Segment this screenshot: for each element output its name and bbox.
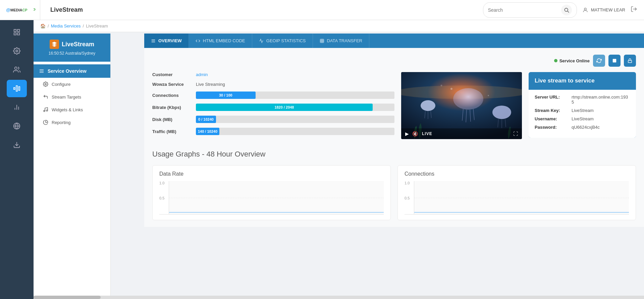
chart-icon	[13, 104, 20, 111]
sidebar-item-settings[interactable]	[7, 42, 27, 60]
status-bar: Service Online	[152, 55, 636, 67]
tab-html-embed[interactable]: HTML EMBED CODE	[189, 34, 252, 48]
svg-point-51	[488, 95, 489, 96]
data-rate-graph: Data Rate 1.0 0.5	[152, 165, 391, 220]
sidebar-item-download[interactable]	[7, 136, 27, 154]
svg-point-2	[584, 8, 586, 10]
svg-rect-5	[17, 29, 19, 32]
breadcrumb: 🏠 / Media Services / LiveStream	[34, 20, 644, 32]
bitrate-label: Bitrate (Kbps)	[152, 105, 196, 110]
service-header: LiveStream 16:50:52 Australia/Sydney	[34, 34, 110, 62]
video-thumbnail: ▶ 🔇 LIVE ⛶	[401, 72, 522, 139]
server-url-row: Server URL: rtmp://stream.online.com:193…	[535, 95, 630, 105]
tab-data-transfer[interactable]: DATA TRANSFER	[313, 34, 369, 48]
graphs-title: Usage Graphs - 48 Hour Overview	[152, 150, 636, 159]
traffic-progress: 140 / 10240	[196, 128, 394, 135]
search-button[interactable]	[561, 5, 572, 15]
breadcrumb-home[interactable]: 🏠	[40, 23, 46, 28]
customer-row: Customer admin	[152, 72, 394, 77]
grid-icon	[13, 28, 20, 36]
service-nav-item-overview[interactable]: Service Overview	[34, 64, 110, 78]
server-url-label: Server URL:	[535, 95, 572, 105]
globe-icon	[13, 122, 20, 130]
stop-button[interactable]	[608, 55, 621, 67]
password-label: Password:	[535, 125, 572, 130]
data-rate-title: Data Rate	[159, 171, 384, 177]
user-icon	[582, 7, 588, 13]
overview-content: Service Online	[144, 48, 644, 227]
play-button[interactable]: ▶	[405, 131, 409, 136]
svg-point-22	[45, 83, 46, 85]
service-name: LiveStream	[62, 41, 94, 48]
sidebar-item-dashboard[interactable]	[7, 23, 27, 41]
disk-value: 0 / 10240	[198, 117, 214, 121]
sidebar-item-network[interactable]	[7, 80, 27, 97]
service-nav-item-stream-targets[interactable]: Stream Targets	[34, 91, 110, 103]
connections-graph: Connections 1.0 0.5	[397, 165, 636, 220]
fullscreen-button[interactable]: ⛶	[513, 131, 518, 136]
stream-targets-icon	[43, 94, 48, 100]
svg-point-24	[46, 110, 48, 111]
traffic-label: Traffic (MB)	[152, 129, 196, 134]
connections-graph-title: Connections	[405, 171, 629, 177]
tab-geoip-label: GEOIP STATISTICS	[266, 38, 306, 43]
breadcrumb-media-services[interactable]: Media Services	[51, 23, 81, 28]
stream-key-value: LiveStream	[572, 108, 594, 113]
sidebar-item-users[interactable]	[7, 61, 27, 78]
service-nav-item-reporting[interactable]: Reporting	[34, 116, 110, 129]
service-sidebar: LiveStream 16:50:52 Australia/Sydney Ser…	[34, 34, 111, 299]
bitrate-progress: 1820 / 2048	[196, 104, 394, 111]
svg-point-0	[565, 8, 568, 11]
svg-line-1	[568, 11, 569, 12]
scrollbar-thumb[interactable]	[34, 296, 101, 299]
svg-rect-4	[14, 29, 16, 32]
traffic-row: Traffic (MB) 140 / 10240	[152, 128, 394, 135]
overview-grid: Customer admin Wowza Service Live Stream…	[152, 72, 636, 140]
info-panel: Customer admin Wowza Service Live Stream…	[152, 72, 394, 140]
connections-row: Connections 30 / 100	[152, 92, 394, 99]
svg-point-42	[421, 100, 435, 111]
users-icon	[13, 66, 20, 73]
search-box	[483, 2, 577, 18]
logout-button[interactable]	[631, 6, 637, 14]
breadcrumb-current: LiveStream	[86, 23, 108, 28]
download-icon	[13, 141, 20, 148]
mute-button[interactable]: 🔇	[412, 131, 418, 136]
traffic-value: 140 / 10240	[198, 129, 217, 133]
search-input[interactable]	[488, 7, 561, 13]
username-value: LiveStream	[572, 116, 594, 121]
live-badge: LIVE	[422, 131, 432, 136]
tab-geoip[interactable]: GEOIP STATISTICS	[252, 34, 313, 48]
connections-y-2: 0.5	[405, 196, 410, 200]
bitrate-row: Bitrate (Kbps) 1820 / 2048	[152, 104, 394, 111]
video-panel: ▶ 🔇 LIVE ⛶	[401, 72, 522, 140]
svg-rect-11	[16, 86, 17, 92]
svg-rect-7	[17, 33, 19, 35]
graphs-grid: Data Rate 1.0 0.5	[152, 165, 636, 220]
refresh-button[interactable]	[593, 55, 605, 67]
disk-row: Disk (MB) 0 / 10240	[152, 116, 394, 123]
user-name: MATTHEW LEAR	[591, 7, 625, 12]
wowza-value: Live Streaming	[196, 82, 394, 87]
customer-label: Customer	[152, 72, 196, 77]
horizontal-scrollbar[interactable]	[34, 296, 644, 299]
breadcrumb-sep2: /	[83, 23, 84, 28]
tab-overview[interactable]: OVERVIEW	[144, 34, 189, 48]
service-nav-item-configure[interactable]: Configure	[34, 78, 110, 91]
svg-point-9	[15, 67, 17, 69]
status-online: Service Online	[554, 58, 590, 63]
content-area: OVERVIEW HTML EMBED CODE GEOIP STATISTIC…	[144, 34, 644, 299]
customer-value[interactable]: admin	[196, 72, 394, 77]
wowza-row: Wowza Service Live Streaming	[152, 82, 394, 87]
breadcrumb-sep1: /	[48, 23, 49, 28]
reporting-icon	[43, 120, 48, 125]
sidebar-item-reports[interactable]	[7, 99, 27, 116]
svg-rect-28	[320, 39, 324, 43]
sidebar-item-globe[interactable]	[7, 117, 27, 135]
service-nav-item-widgets[interactable]: Widgets & Links	[34, 103, 110, 116]
svg-rect-10	[14, 87, 15, 89]
tab-data-transfer-label: DATA TRANSFER	[327, 38, 362, 43]
video-controls-bar: ▶ 🔇 LIVE ⛶	[401, 128, 522, 139]
data-rate-y-2: 0.5	[159, 196, 164, 200]
lock-button[interactable]	[624, 55, 636, 67]
